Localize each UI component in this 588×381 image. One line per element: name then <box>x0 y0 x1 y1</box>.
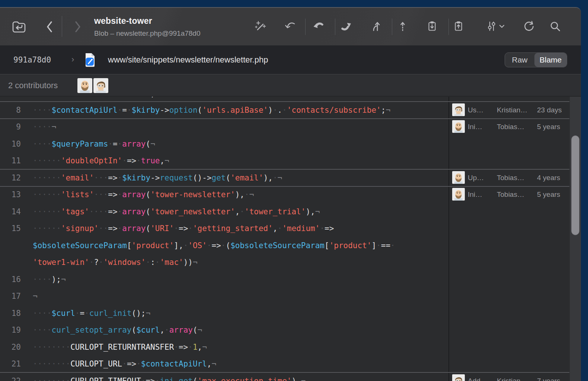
code-line: 18····$curl·=·curl_init();¬ <box>0 305 448 322</box>
blame-author: Tobias… <box>497 118 536 135</box>
blame-avatar-tobias <box>452 171 465 184</box>
blame-time: 7 years <box>537 372 562 381</box>
blame-time: 5 years <box>537 118 562 135</box>
blame-time: 5 years <box>537 186 562 203</box>
contributors-avatars[interactable] <box>77 78 108 93</box>
sliders-chevron-icon <box>484 20 507 33</box>
cherry-pick-button[interactable] <box>396 20 409 33</box>
blame-avatar-tobias <box>452 188 465 201</box>
code-line: 22········CURLOPT_TIMEOUT·=>·ini_get('ma… <box>0 372 448 381</box>
code-pane: ;¬8····$contactApiUrl·=·$kirby->option('… <box>0 97 448 381</box>
forward-button[interactable] <box>71 20 84 34</box>
refresh-button[interactable] <box>522 20 535 33</box>
toolbar-divider <box>335 19 335 35</box>
blame-commit-message: Up… <box>468 169 495 186</box>
blame-row[interactable]: Add…Kristian…7 years <box>449 372 570 381</box>
code-line: 21········CURLOPT_URL·=>·$contactApiUrl,… <box>0 355 448 372</box>
line-number: 18 <box>0 305 21 322</box>
blame-row[interactable]: Ini…Tobias…5 years <box>449 118 570 135</box>
window-title: website-tower <box>94 16 201 26</box>
contributor-avatar-kristian[interactable] <box>93 78 108 93</box>
fetch-button[interactable] <box>284 20 297 33</box>
blame-view-button[interactable]: Blame <box>534 53 567 67</box>
push-button[interactable] <box>339 20 353 33</box>
line-number: 16 <box>0 271 21 288</box>
pull-button[interactable] <box>311 20 325 33</box>
code-line: 20········CURLOPT_RETURNTRANSFER·=>·1,¬ <box>0 339 448 356</box>
line-number: 19 <box>0 321 21 339</box>
line-number: 10 <box>0 135 21 153</box>
fetch-arrow-icon <box>284 20 297 33</box>
chevron-left-icon <box>43 20 56 34</box>
clipboard-down-icon <box>425 20 439 33</box>
code-line: 15······'signup'··=>·array('URI'·=>·'get… <box>0 220 448 237</box>
search-button[interactable] <box>549 20 562 33</box>
blame-author: Tobias… <box>497 186 536 203</box>
code-line: $obsoleteSourceParam['product'],·'OS'·=>… <box>0 237 448 254</box>
line-number: 21 <box>0 355 21 372</box>
line-number: 12 <box>0 169 21 186</box>
desktop-background: website-tower Blob – newsletter.php@991a… <box>0 0 588 381</box>
blame-row[interactable]: Us…Kristian…23 days <box>449 102 570 119</box>
breadcrumb-bar: 991a78d0 › www/site/snippets/newsletter/… <box>0 45 581 74</box>
contributors-label: 2 contributors <box>8 75 58 96</box>
blame-row[interactable]: Up…Tobias…4 years <box>449 169 570 186</box>
toolbar-divider <box>305 19 306 35</box>
view-toggle: Raw Blame <box>505 52 567 67</box>
blame-time: 4 years <box>537 169 562 186</box>
stash-save-button[interactable] <box>425 20 439 33</box>
repo-overview-button[interactable] <box>10 19 28 35</box>
code-line: 13······'lists'···=>·array('tower-newsle… <box>0 186 448 203</box>
code-line: 17¬ <box>0 288 448 305</box>
breadcrumb-file-path[interactable]: www/site/snippets/newsletter/newsletter.… <box>108 45 268 74</box>
blame-commit-message: Add… <box>468 372 495 381</box>
line-number: 11 <box>0 152 21 169</box>
scrollbar-track[interactable] <box>569 97 581 381</box>
line-number: 17 <box>0 288 21 305</box>
blame-pane: Us…Kristian…23 daysIni…Tobias…5 yearsUp…… <box>448 97 569 381</box>
back-button[interactable] <box>43 20 56 34</box>
blame-row[interactable]: Ini…Tobias…5 years <box>449 186 570 203</box>
code-line: 14······'tags'····=>·array('tower_newsle… <box>0 203 448 220</box>
code-line: 8····$contactApiUrl·=·$kirby->option('ur… <box>0 102 448 119</box>
toolbar: website-tower Blob – newsletter.php@991a… <box>0 8 581 45</box>
raw-view-button[interactable]: Raw <box>505 53 534 67</box>
breadcrumb-chevron: › <box>71 45 74 74</box>
chevron-right-icon <box>71 20 84 34</box>
quick-actions-button[interactable] <box>254 20 267 33</box>
toolbar-divider <box>448 19 449 35</box>
blame-author: Kristian… <box>497 102 536 119</box>
app-window: website-tower Blob – newsletter.php@991a… <box>0 7 581 381</box>
line-number: 13 <box>0 186 21 203</box>
line-number: 9 <box>0 118 21 135</box>
window-subtitle: Blob – newsletter.php@991a78d0 <box>94 29 201 38</box>
toolbar-divider <box>392 19 392 35</box>
dashed-arrow-up-icon <box>396 20 409 33</box>
file-icon <box>84 52 96 67</box>
contributors-bar: 2 contributors <box>0 75 581 96</box>
merge-button[interactable] <box>369 20 383 33</box>
push-arrow-icon <box>339 20 353 33</box>
blame-avatar-kristian <box>452 374 465 381</box>
clipboard-up-icon <box>452 20 465 33</box>
blame-commit-message: Ini… <box>468 186 495 203</box>
blame-time: 23 days <box>537 102 562 119</box>
breadcrumb-commit-hash[interactable]: 991a78d0 <box>13 45 51 74</box>
stash-apply-button[interactable] <box>452 20 465 33</box>
line-number: 20 <box>0 339 21 356</box>
blame-avatar-tobias <box>452 120 465 133</box>
blame-author: Kristian… <box>497 372 536 381</box>
code-line: 10····$queryParams·=·array(¬ <box>0 135 448 153</box>
refresh-icon <box>522 20 535 33</box>
scrollbar-thumb[interactable] <box>571 135 579 235</box>
search-icon <box>549 20 562 33</box>
blame-commit-message: Ini… <box>468 118 495 135</box>
code-line: 16····);¬ <box>0 271 448 288</box>
workflows-dropdown-button[interactable] <box>484 20 507 33</box>
title-block: website-tower Blob – newsletter.php@991a… <box>94 16 201 38</box>
blame-commit-message: Us… <box>468 102 495 119</box>
code-line: 12······'email'···=>·$kirby->request()->… <box>0 169 448 186</box>
line-number: 14 <box>0 203 21 220</box>
magic-wand-icon <box>254 20 267 33</box>
contributor-avatar-tobias[interactable] <box>77 78 92 93</box>
